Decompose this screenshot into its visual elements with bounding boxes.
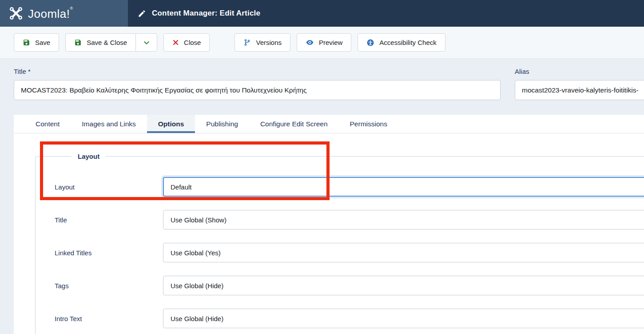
layout-select-label: Layout bbox=[55, 183, 163, 191]
brand-area[interactable]: Joomla!® bbox=[0, 0, 128, 27]
option-row-layout: Layout Default bbox=[55, 177, 644, 197]
options-panel: Layout Layout Default Title Use Global (… bbox=[14, 133, 644, 334]
versions-button[interactable]: Versions bbox=[235, 33, 290, 52]
save-options-dropdown-button[interactable] bbox=[135, 33, 157, 52]
title-show-select[interactable]: Use Global (Show) bbox=[163, 210, 644, 229]
tab-options[interactable]: Options bbox=[147, 115, 195, 133]
save-close-button[interactable]: Save & Close bbox=[65, 33, 135, 52]
title-input[interactable] bbox=[14, 80, 501, 100]
intro-text-select[interactable]: Use Global (Hide) bbox=[163, 309, 644, 328]
tags-select[interactable]: Use Global (Hide) bbox=[163, 276, 644, 295]
tab-permissions[interactable]: Permissions bbox=[339, 115, 398, 133]
accessibility-check-button-label: Accessibility Check bbox=[379, 39, 436, 46]
linked-titles-select-label: Linked Titles bbox=[55, 249, 163, 257]
save-close-button-group: Save & Close bbox=[65, 33, 157, 52]
universal-access-icon bbox=[366, 39, 374, 47]
option-row-tags: Tags Use Global (Hide) bbox=[55, 276, 644, 295]
save-button[interactable]: Save bbox=[14, 33, 59, 52]
linked-titles-select[interactable]: Use Global (Yes) bbox=[163, 243, 644, 262]
code-branch-icon bbox=[243, 39, 251, 46]
page-title-area: Content Manager: Edit Article bbox=[128, 0, 260, 27]
tab-images-and-links[interactable]: Images and Links bbox=[71, 115, 147, 133]
chevron-down-icon bbox=[143, 39, 150, 46]
title-alias-bar: Title * Alias bbox=[0, 59, 644, 115]
save-button-label: Save bbox=[35, 39, 50, 46]
intro-text-select-label: Intro Text bbox=[55, 315, 163, 322]
edit-article-card: Content Images and Links Options Publish… bbox=[14, 115, 644, 334]
alias-label: Alias bbox=[515, 68, 644, 75]
close-x-icon bbox=[172, 39, 179, 46]
tab-publishing[interactable]: Publishing bbox=[195, 115, 249, 133]
title-show-select-label: Title bbox=[55, 216, 163, 224]
save-icon bbox=[74, 39, 82, 46]
tab-content[interactable]: Content bbox=[24, 115, 71, 133]
accessibility-check-button[interactable]: Accessibility Check bbox=[358, 33, 445, 52]
preview-button-label: Preview bbox=[319, 39, 342, 46]
preview-button[interactable]: Preview bbox=[297, 33, 351, 52]
page-title: Content Manager: Edit Article bbox=[152, 9, 260, 18]
app-header: Joomla!® Content Manager: Edit Article bbox=[0, 0, 644, 27]
toolbar: Save Save & Close Close bbox=[0, 27, 644, 59]
alias-input[interactable] bbox=[515, 80, 644, 100]
tags-select-label: Tags bbox=[55, 282, 163, 290]
layout-select[interactable]: Default bbox=[163, 177, 644, 197]
layout-fieldset-legend: Layout bbox=[72, 153, 106, 160]
layout-fieldset: Layout Layout Default Title Use Global (… bbox=[35, 153, 644, 334]
eye-icon bbox=[306, 38, 314, 47]
option-row-title: Title Use Global (Show) bbox=[55, 210, 644, 229]
option-row-intro-text: Intro Text Use Global (Hide) bbox=[55, 309, 644, 328]
registered-mark: ® bbox=[70, 6, 73, 11]
save-close-button-label: Save & Close bbox=[87, 39, 127, 46]
close-button-label: Close bbox=[184, 39, 201, 46]
tab-bar: Content Images and Links Options Publish… bbox=[14, 115, 644, 133]
alias-field-group: Alias bbox=[515, 68, 644, 100]
pencil-icon bbox=[138, 9, 146, 18]
save-icon bbox=[23, 39, 30, 46]
option-row-linked-titles: Linked Titles Use Global (Yes) bbox=[55, 243, 644, 262]
close-button[interactable]: Close bbox=[163, 33, 210, 52]
tab-configure-edit-screen[interactable]: Configure Edit Screen bbox=[249, 115, 339, 133]
joomla-logo-icon bbox=[9, 6, 23, 20]
brand-wordmark: Joomla!® bbox=[28, 6, 73, 21]
versions-button-label: Versions bbox=[256, 39, 282, 46]
